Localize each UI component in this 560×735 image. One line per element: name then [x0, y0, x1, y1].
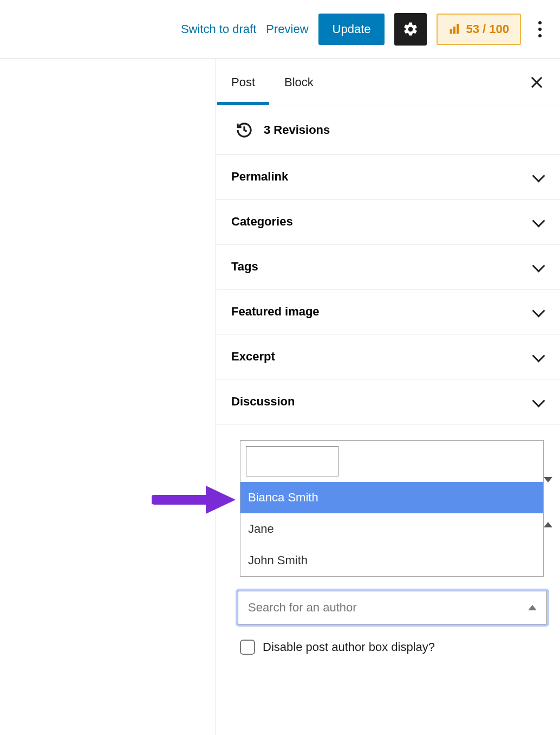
switch-to-draft-button[interactable]: Switch to draft	[181, 22, 256, 36]
tab-block[interactable]: Block	[284, 60, 314, 105]
author-filter-input[interactable]	[246, 446, 338, 476]
panel-label: Categories	[231, 215, 293, 229]
panel-excerpt[interactable]: Excerpt	[216, 334, 560, 379]
panel-label: Discussion	[231, 395, 295, 409]
panel-featured-image[interactable]: Featured image	[216, 289, 560, 334]
panel-label: Tags	[231, 260, 258, 274]
dropdown-collapse-hint	[544, 513, 552, 523]
svg-rect-2	[457, 24, 459, 34]
seo-score-text: 53 / 100	[466, 22, 509, 36]
tab-post[interactable]: Post	[231, 60, 255, 105]
preview-button[interactable]: Preview	[266, 22, 308, 36]
triangle-up-icon	[528, 605, 537, 610]
disable-author-box-row: Disable post author box display?	[240, 640, 549, 655]
author-search-placeholder: Search for an author	[248, 601, 357, 615]
panel-label: Excerpt	[231, 350, 275, 364]
editor-canvas	[0, 59, 216, 735]
panel-permalink[interactable]: Permalink	[216, 154, 560, 199]
more-menu-button[interactable]	[531, 13, 549, 46]
disable-author-box-checkbox[interactable]	[240, 640, 255, 655]
author-option[interactable]: John Smith	[240, 545, 543, 576]
chevron-down-icon	[532, 353, 545, 360]
revisions-label: 3 Revisions	[264, 123, 330, 137]
author-option[interactable]: Jane	[240, 513, 543, 545]
editor-toolbar: Switch to draft Preview Update 53 / 100	[0, 0, 560, 59]
update-button[interactable]: Update	[318, 14, 385, 45]
svg-rect-1	[453, 27, 455, 34]
panel-label: Permalink	[231, 170, 288, 184]
author-search-combobox[interactable]: Search for an author	[238, 591, 547, 624]
author-dropdown-popup: Bianca Smith Jane John Smith	[240, 440, 544, 577]
svg-rect-0	[450, 29, 452, 34]
bar-chart-icon	[448, 24, 460, 35]
panel-tags[interactable]: Tags	[216, 244, 560, 289]
chevron-down-icon	[532, 398, 545, 405]
triangle-down-icon	[544, 477, 552, 482]
close-sidebar-button[interactable]	[529, 74, 545, 91]
sidebar-tabs: Post Block	[216, 59, 560, 106]
panel-discussion[interactable]: Discussion	[216, 379, 560, 424]
seo-score-badge[interactable]: 53 / 100	[437, 14, 521, 45]
panel-label: Featured image	[231, 305, 320, 319]
gear-icon	[402, 21, 419, 37]
disable-author-box-label: Disable post author box display?	[263, 640, 435, 654]
triangle-up-icon	[544, 513, 552, 527]
chevron-down-icon	[532, 263, 545, 270]
chevron-down-icon	[532, 308, 545, 315]
history-icon	[236, 121, 253, 139]
author-option[interactable]: Bianca Smith	[240, 482, 543, 513]
panel-categories[interactable]: Categories	[216, 199, 560, 244]
settings-button[interactable]	[394, 13, 427, 46]
revisions-row[interactable]: 3 Revisions	[216, 106, 560, 154]
chevron-down-icon	[532, 218, 545, 225]
chevron-down-icon	[532, 173, 545, 180]
settings-sidebar: Post Block 3 Revisions Permalink Categor…	[216, 59, 560, 735]
